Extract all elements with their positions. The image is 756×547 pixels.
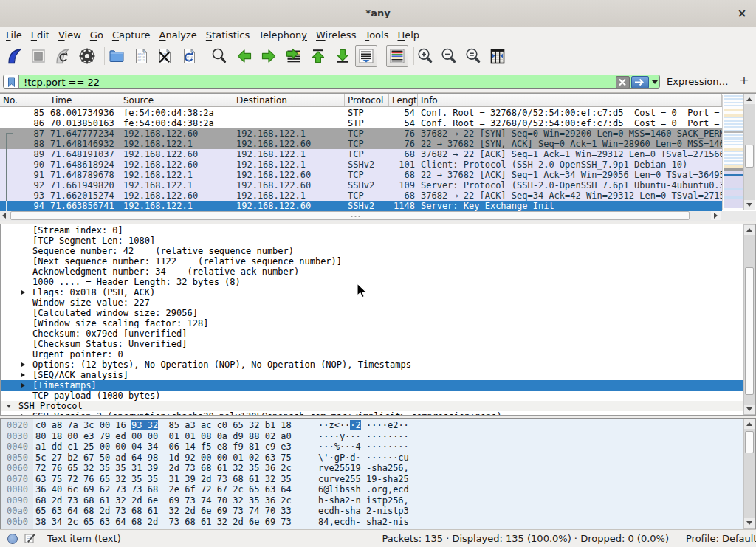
save-file-button[interactable]: 0101 0110 0111 bbox=[132, 47, 150, 65]
hex-ascii[interactable]: ···%···4 ········ bbox=[318, 441, 409, 452]
packet-row-92[interactable]: 9271.661949820192.168.122.1192.168.122.6… bbox=[0, 180, 722, 190]
scroll-up-button[interactable] bbox=[744, 419, 755, 429]
packet-row-89[interactable]: 8971.648191037192.168.122.60192.168.122.… bbox=[0, 149, 722, 159]
go-forward-button[interactable] bbox=[260, 47, 278, 65]
hex-ascii[interactable]: 84,ecdh- sha2-nis bbox=[318, 517, 409, 527]
zoom-out-button[interactable] bbox=[440, 47, 458, 65]
menu-statistics[interactable]: Statistics bbox=[206, 28, 250, 44]
scrollbar-thumb[interactable] bbox=[745, 145, 754, 168]
menu-analyze[interactable]: Analyze bbox=[159, 28, 197, 44]
expand-toggle-icon[interactable] bbox=[21, 290, 25, 295]
hex-bytes[interactable]: 68 2d 73 68 61 32 2d 6e 69 73 74 70 32 3… bbox=[35, 495, 292, 506]
column-header-length[interactable]: Length bbox=[389, 94, 418, 106]
packet-list-vertical-scrollbar[interactable] bbox=[743, 94, 755, 210]
hex-ascii[interactable]: ecdh-sha 2-nistp3 bbox=[318, 506, 409, 516]
column-header-source[interactable]: Source bbox=[120, 94, 233, 106]
expand-toggle-icon[interactable] bbox=[21, 414, 25, 416]
scroll-up-button[interactable] bbox=[744, 94, 755, 104]
packet-list-horizontal-scrollbar[interactable] bbox=[0, 211, 722, 221]
scroll-down-button[interactable] bbox=[744, 405, 755, 414]
auto-scroll-button[interactable] bbox=[355, 45, 377, 67]
hex-bytes[interactable]: c0 a8 7a 3c 00 16 93 32 85 a3 ac c0 65 3… bbox=[35, 420, 292, 430]
hex-ascii[interactable]: ··z<···2 ····e2·· bbox=[318, 420, 409, 430]
menu-wireless[interactable]: Wireless bbox=[316, 28, 356, 44]
detail-row[interactable]: [TCP Segment Len: 1080] bbox=[1, 235, 743, 246]
detail-row[interactable]: Flags: 0x018 (PSH, ACK) bbox=[1, 287, 743, 297]
scroll-left-button[interactable] bbox=[0, 211, 10, 220]
scroll-down-button[interactable] bbox=[744, 200, 755, 210]
go-last-button[interactable] bbox=[334, 47, 351, 65]
go-back-button[interactable] bbox=[236, 47, 253, 65]
close-file-button[interactable]: 0101 0110 0111 bbox=[156, 47, 173, 65]
intelligent-scrollbar-minimap[interactable] bbox=[722, 95, 743, 210]
packet-row-87[interactable]: 8771.647777234192.168.122.60192.168.122.… bbox=[0, 128, 722, 139]
detail-row[interactable]: [Checksum Status: Unverified] bbox=[1, 339, 743, 349]
column-header-no[interactable]: No. bbox=[0, 94, 47, 106]
hex-ascii[interactable]: 6@libssh .org,ecd bbox=[318, 484, 409, 495]
detail-row[interactable]: [Window size scaling factor: 128] bbox=[1, 318, 743, 328]
go-first-button[interactable] bbox=[309, 47, 327, 65]
menu-telephony[interactable]: Telephony bbox=[258, 28, 307, 44]
menu-tools[interactable]: Tools bbox=[365, 28, 388, 44]
expand-toggle-icon[interactable] bbox=[21, 373, 25, 377]
find-packet-button[interactable] bbox=[210, 47, 228, 65]
hex-ascii[interactable]: h-sha2-n istp256, bbox=[318, 495, 409, 506]
detail-row[interactable]: 1000 .... = Header Length: 32 bytes (8) bbox=[1, 277, 743, 287]
hex-ascii[interactable]: rve25519 -sha256, bbox=[318, 463, 409, 473]
hex-bytes[interactable]: 5c 27 b2 67 50 ad 64 98 1d 92 00 00 01 0… bbox=[35, 453, 292, 463]
detail-row[interactable]: [Calculated window size: 29056] bbox=[1, 308, 743, 318]
menu-capture[interactable]: Capture bbox=[112, 28, 151, 44]
collapse-toggle-icon[interactable] bbox=[7, 405, 11, 408]
profile-selector[interactable]: Profile: Default bbox=[686, 533, 756, 544]
menu-view[interactable]: View bbox=[58, 28, 81, 44]
resize-columns-button[interactable] bbox=[489, 47, 506, 65]
menu-help[interactable]: Help bbox=[397, 28, 419, 44]
go-to-packet-button[interactable] bbox=[285, 47, 303, 65]
detail-row[interactable]: SSH Protocol bbox=[1, 401, 743, 411]
detail-row[interactable]: [Next sequence number: 1122 (relative se… bbox=[1, 256, 743, 266]
capture-options-button[interactable] bbox=[78, 47, 96, 65]
scroll-down-button[interactable] bbox=[744, 518, 755, 528]
packet-row-88[interactable]: 8871.648146932192.168.122.1192.168.122.6… bbox=[0, 139, 722, 149]
scroll-right-button[interactable] bbox=[711, 211, 721, 220]
close-window-button[interactable]: × bbox=[735, 7, 749, 20]
detail-row[interactable]: TCP payload (1080 bytes) bbox=[1, 391, 743, 401]
menu-edit[interactable]: Edit bbox=[31, 28, 49, 44]
packet-row-85[interactable]: 8568.001734936fe:54:00:d4:38:2aSTP54Conf… bbox=[0, 108, 722, 118]
open-file-button[interactable] bbox=[108, 47, 126, 65]
hex-bytes[interactable]: 63 75 72 76 65 32 35 35 31 39 2d 73 68 6… bbox=[35, 474, 292, 484]
hex-bytes[interactable]: 80 18 00 e3 79 ed 00 00 01 01 08 0a d9 8… bbox=[35, 431, 292, 441]
menu-file[interactable]: File bbox=[6, 28, 22, 44]
scrollbar-thumb[interactable] bbox=[745, 267, 754, 395]
packet-row-94[interactable]: 9471.663856741192.168.122.1192.168.122.6… bbox=[0, 201, 722, 211]
zoom-in-button[interactable] bbox=[416, 47, 434, 65]
filter-history-dropdown[interactable] bbox=[652, 80, 658, 84]
stop-capture-button[interactable] bbox=[30, 47, 47, 65]
detail-row[interactable]: [SEQ/ACK analysis] bbox=[1, 370, 743, 380]
detail-row[interactable]: SSH Version 2 (encryption:chacha20-poly1… bbox=[1, 411, 743, 416]
column-header-destination[interactable]: Destination bbox=[233, 94, 345, 106]
detail-row[interactable]: [Timestamps] bbox=[1, 380, 743, 391]
expand-toggle-icon[interactable] bbox=[21, 383, 25, 388]
colorize-button[interactable] bbox=[386, 45, 408, 67]
filter-bookmark-button[interactable] bbox=[4, 75, 19, 89]
expand-toggle-icon[interactable] bbox=[21, 362, 25, 367]
hex-bytes[interactable]: 72 76 65 32 35 35 31 39 2d 73 68 61 32 3… bbox=[35, 463, 292, 473]
detail-row[interactable]: Acknowledgment number: 34 (relative ack … bbox=[1, 266, 743, 277]
hex-bytes[interactable]: 36 40 6c 69 62 73 73 68 2e 6f 72 67 2c 6… bbox=[35, 484, 292, 495]
detail-row[interactable]: Options: (12 bytes), No-Operation (NOP),… bbox=[1, 359, 743, 370]
detail-row[interactable]: [Stream index: 0] bbox=[1, 225, 743, 235]
apply-filter-button[interactable] bbox=[631, 76, 649, 89]
packet-row-91[interactable]: 9171.648789678192.168.122.1192.168.122.6… bbox=[0, 170, 722, 180]
hex-ascii[interactable]: \'·gP·d· ······cu bbox=[318, 453, 409, 463]
bytes-vertical-scrollbar[interactable] bbox=[743, 419, 755, 529]
hex-bytes[interactable]: 38 34 2c 65 63 64 68 2d 73 68 61 32 2d 6… bbox=[35, 517, 292, 527]
scrollbar-thumb[interactable] bbox=[10, 211, 690, 220]
packet-row-90[interactable]: 9071.648618924192.168.122.60192.168.122.… bbox=[0, 159, 722, 170]
detail-row[interactable]: Checksum: 0x79ed [unverified] bbox=[1, 328, 743, 339]
capture-comment-icon[interactable] bbox=[24, 532, 36, 544]
expert-info-icon[interactable] bbox=[7, 534, 18, 544]
column-header-time[interactable]: Time bbox=[47, 94, 120, 106]
details-vertical-scrollbar[interactable] bbox=[743, 224, 755, 415]
hex-bytes[interactable]: 65 63 64 68 2d 73 68 61 32 2d 6e 69 73 7… bbox=[35, 506, 292, 516]
